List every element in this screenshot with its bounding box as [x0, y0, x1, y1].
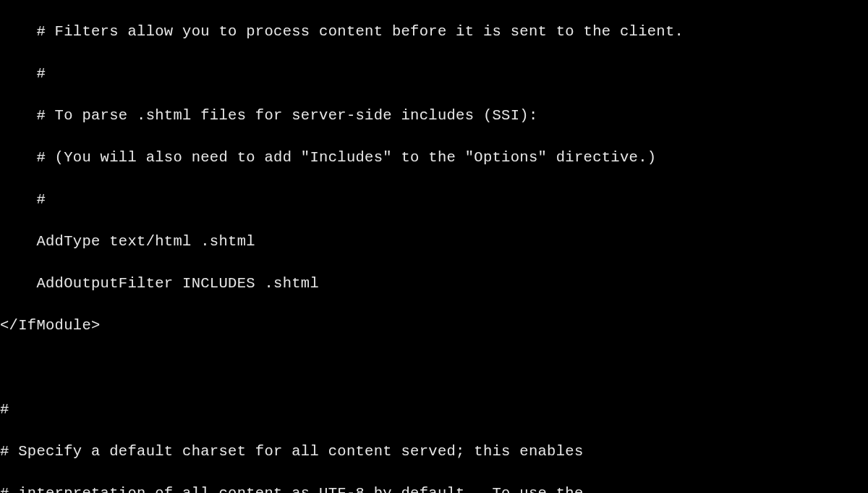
code-line: #: [0, 189, 868, 210]
code-line: #: [0, 63, 868, 84]
code-line: AddType text/html .shtml: [0, 231, 868, 252]
code-line: # interpretation of all content as UTF-8…: [0, 483, 868, 493]
code-line: </IfModule>: [0, 315, 868, 336]
terminal-editor[interactable]: # Filters allow you to process content b…: [0, 0, 868, 493]
code-line: # Filters allow you to process content b…: [0, 21, 868, 42]
code-line: #: [0, 399, 868, 420]
code-line: # (You will also need to add "Includes" …: [0, 147, 868, 168]
code-line: # Specify a default charset for all cont…: [0, 441, 868, 462]
code-line: # To parse .shtml files for server-side …: [0, 105, 868, 126]
code-line: AddOutputFilter INCLUDES .shtml: [0, 273, 868, 294]
code-line: [0, 357, 868, 378]
